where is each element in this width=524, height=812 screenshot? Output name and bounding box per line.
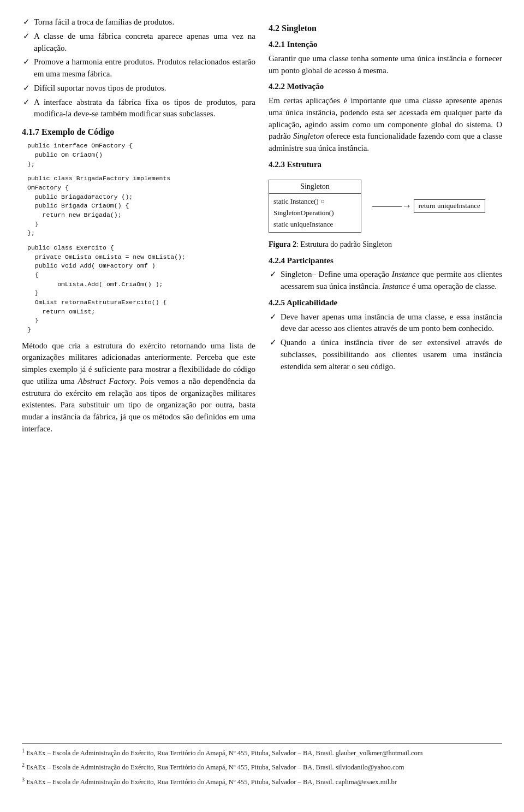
footnote-2-text: EsAEx – Escola de Administração do Exérc…	[25, 764, 404, 772]
list-item: Difícil suportar novos tipos de produtos…	[22, 82, 255, 94]
diagram-row-3: static uniqueInstance	[273, 219, 356, 230]
footnote-1-text: EsAEx – Escola de Administração do Exérc…	[25, 749, 422, 757]
left-column: Torna fácil a troca de famílias de produ…	[22, 16, 255, 733]
applicability-item-1: Deve haver apenas uma instância de uma c…	[269, 311, 502, 335]
list-item: Promove a harmonia entre produtos. Produ…	[22, 56, 255, 80]
section-42-heading: 4.2 Singleton	[269, 22, 502, 34]
participant-text-3: é uma operação de classe.	[410, 282, 497, 291]
para-422: Em certas aplicações é importante que um…	[269, 95, 502, 155]
diagram-row-1: static Instance() ○	[273, 196, 356, 208]
footnote-3-text: EsAEx – Escola de Administração do Exérc…	[25, 778, 397, 786]
footnotes-section: 1 EsAEx – Escola de Administração do Exé…	[22, 743, 502, 790]
para-421: Garantir que uma classe tenha somente um…	[269, 53, 502, 77]
diagram-row1-text: static Instance() ○	[273, 196, 325, 208]
diagram-title: Singleton	[269, 180, 361, 194]
applicability-checklist: Deve haver apenas uma instância de uma c…	[269, 311, 502, 373]
figure-caption: Figura 2: Estrutura do padrão Singleton	[269, 239, 502, 250]
fig-caption-bold: Figura 2	[269, 240, 296, 248]
page: Torna fácil a troca de famílias de produ…	[0, 0, 524, 812]
singleton-diagram: Singleton static Instance() ○ SingletonO…	[269, 180, 361, 233]
diagram-row2-text: SingletonOperation()	[273, 208, 334, 219]
diagram-row3-text: static uniqueInstance	[273, 219, 333, 230]
footnote-2: 2 EsAEx – Escola de Administração do Exé…	[22, 761, 502, 772]
section-423-heading: 4.2.3 Estrutura	[269, 159, 502, 171]
code-block-3: public class Exercito { private OmLista …	[27, 244, 255, 335]
code-block-2: public class BrigadaFactory implements O…	[27, 174, 255, 238]
code-block-1: public interface OmFactory { public Om C…	[27, 141, 255, 169]
diagram-body: static Instance() ○ SingletonOperation()…	[269, 194, 361, 232]
instance-italic-1: Instance	[392, 270, 420, 278]
fig-caption-rest: : Estrutura do padrão Singleton	[296, 240, 392, 248]
footnote-1: 1 EsAEx – Escola de Administração do Exé…	[22, 747, 502, 758]
method-description: Método que cria a estrutura do exército …	[22, 340, 255, 435]
instance-italic-2: Instance	[382, 282, 410, 291]
participants-checklist: Singleton– Define uma operação Instance …	[269, 269, 502, 293]
features-checklist: Torna fácil a troca de famílias de produ…	[22, 16, 255, 120]
diagram-row-2: SingletonOperation()	[273, 208, 356, 219]
footnote-3: 3 EsAEx – Escola de Administração do Exé…	[22, 776, 502, 787]
list-item: A classe de uma fábrica concreta aparece…	[22, 31, 255, 55]
abstract-factory-italic: Abstract Factory	[78, 377, 135, 386]
section-422-heading: 4.2.2 Motivação	[269, 81, 502, 93]
section-425-heading: 4.2.5 Aplicabilidade	[269, 297, 502, 309]
list-item: A interface abstrata da fábrica fixa os …	[22, 97, 255, 121]
two-column-layout: Torna fácil a troca de famílias de produ…	[22, 16, 502, 733]
section-424-heading: 4.2.4 Participantes	[269, 255, 502, 267]
singleton-label: Singleton– Define uma operação	[281, 270, 392, 278]
section-417-heading: 4.1.7 Exemplo de Código	[22, 126, 255, 138]
arrow-label-box: return uniqueInstance	[414, 199, 485, 213]
section-421-heading: 4.2.1 Intenção	[269, 39, 502, 51]
right-column: 4.2 Singleton 4.2.1 Intenção Garantir qu…	[269, 16, 502, 733]
participant-item-1: Singleton– Define uma operação Instance …	[269, 269, 502, 293]
diagram-arrow-area: ———→ return uniqueInstance	[372, 199, 485, 213]
singleton-diagram-wrap: Singleton static Instance() ○ SingletonO…	[269, 175, 502, 238]
arrow-icon: ———→	[372, 199, 412, 213]
applicability-item-2: Quando a única instância tiver de ser ex…	[269, 337, 502, 372]
singleton-italic: Singleton	[293, 132, 324, 140]
list-item: Torna fácil a troca de famílias de produ…	[22, 16, 255, 28]
